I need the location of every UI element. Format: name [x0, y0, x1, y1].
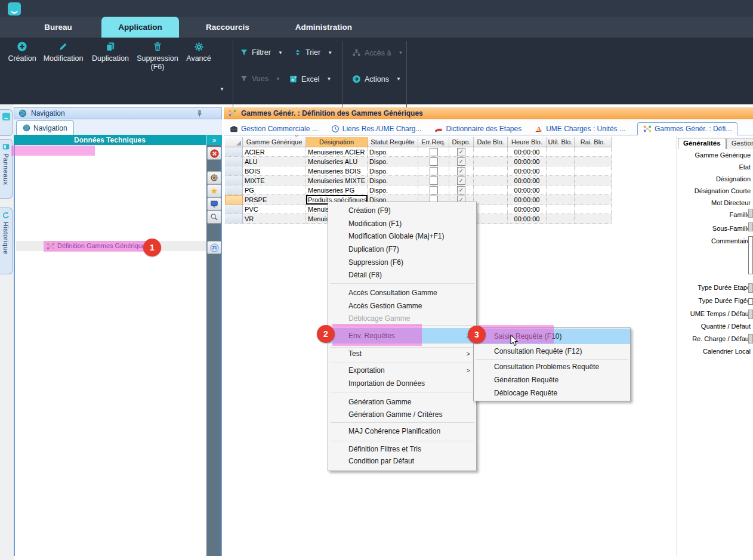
menu-item-generation-gamme[interactable]: Génération Gamme	[328, 396, 476, 409]
z1-icon	[210, 243, 219, 252]
table-row[interactable]: MIXTE Menuiseries MIXTE Dispo. ✓ 00:00:0…	[225, 176, 612, 185]
column-header[interactable]: Rai. Blo.	[575, 137, 612, 147]
table-row[interactable]: ALU Menuiseries ALU Dispo. ✓ 00:00:00	[225, 157, 612, 166]
err-req-checkbox[interactable]	[430, 167, 438, 175]
err-req-checkbox[interactable]	[430, 186, 438, 194]
err-req-checkbox[interactable]	[430, 157, 438, 166]
menu-item-generation-gamme-criteres[interactable]: Génération Gamme / Critères	[328, 409, 476, 421]
funnel-icon	[240, 75, 248, 83]
doc-tab-dictionnaire-etapes[interactable]: Dictionnaire des Etapes	[433, 123, 523, 135]
dispo-checkbox[interactable]: ✓	[457, 167, 465, 175]
menu-tab-raccourcis[interactable]: Raccourcis	[197, 17, 258, 38]
tab-navigation[interactable]: Navigation	[16, 120, 74, 135]
field-label-famille: Famille	[730, 211, 751, 218]
field-fragment[interactable]	[748, 222, 753, 231]
menu-item-suppression[interactable]: Suppression (F6)	[328, 256, 476, 269]
zoom-z1-button[interactable]	[207, 241, 221, 254]
column-header[interactable]: Dispo.	[449, 137, 474, 147]
row-selector[interactable]	[225, 185, 243, 195]
row-selector[interactable]	[225, 157, 243, 166]
field-fragment[interactable]	[748, 310, 753, 319]
wheel-button[interactable]	[207, 171, 221, 184]
menu-item-maj-coherence-planification[interactable]: MAJ Cohérence Planification	[328, 425, 476, 438]
chevron-down-icon[interactable]: ▼	[327, 76, 332, 82]
field-fragment[interactable]	[748, 209, 753, 218]
field-fragment[interactable]	[748, 334, 753, 344]
doc-tab-liens-res-ume[interactable]: Liens Res./UME Charg...	[330, 123, 423, 135]
column-header[interactable]: Statut Requête	[368, 137, 418, 147]
menu-item-deblocage-requete[interactable]: Déblocage Requête	[474, 387, 630, 400]
menu-item-duplication[interactable]: Duplication (F7)	[328, 243, 476, 256]
row-selector-current[interactable]	[225, 195, 243, 205]
collapse-panel-button[interactable]: »	[206, 135, 222, 145]
menu-item-acces-gestion-gamme[interactable]: Accès Gestion Gamme	[328, 300, 476, 313]
rail-tab-app[interactable]	[0, 109, 13, 136]
checkbox-fragment[interactable]	[748, 298, 753, 305]
row-selector[interactable]	[225, 205, 243, 214]
column-header[interactable]: Util. Blo.	[547, 137, 575, 147]
suppression-button[interactable]: Suppression (F6)	[134, 41, 181, 71]
panel-splitter[interactable]	[676, 136, 677, 556]
menu-item-test[interactable]: Test >	[328, 348, 476, 360]
close-panel-button[interactable]	[207, 147, 221, 160]
monitor-button[interactable]	[207, 197, 221, 211]
column-header[interactable]: Err.Req.	[418, 137, 449, 147]
menu-item-creation[interactable]: Création (F9)	[328, 205, 476, 217]
field-fragment[interactable]	[748, 283, 753, 293]
err-req-checkbox[interactable]	[430, 177, 438, 185]
menu-item-generation-requete[interactable]: Génération Requête	[474, 374, 630, 386]
creation-button[interactable]: Création	[5, 41, 39, 63]
tab-generalites[interactable]: Généralités	[678, 138, 726, 149]
doc-tab-ume-charges[interactable]: UME Charges : Unités ...	[533, 123, 627, 135]
avance-button[interactable]: Avancé	[183, 41, 215, 63]
doc-tab-gammes-generiques[interactable]: Gammes Génér. : Défi...	[637, 122, 737, 135]
table-row[interactable]: ACIER Menuiseries ACIER Dispo. ✓ 00:00:0…	[225, 147, 612, 157]
menu-tab-bureau[interactable]: Bureau	[27, 17, 90, 38]
column-header[interactable]: Date Blo.	[474, 137, 508, 147]
duplication-button[interactable]: Duplication	[88, 41, 132, 63]
table-row[interactable]: BOIS Menuiseries BOIS Dispo. ✓ 00:00:00	[225, 166, 612, 176]
doc-tab-gestion-commerciale[interactable]: Gestion Commerciale ...	[229, 123, 319, 135]
menu-item-condition-par-defaut[interactable]: Condition par Défaut	[328, 455, 476, 468]
filtrer-button[interactable]: Filtrer ▼	[240, 48, 283, 57]
dispo-checkbox[interactable]: ✓	[457, 148, 465, 156]
column-header-sorted[interactable]: Désignation	[306, 137, 368, 147]
tab-gestion-info[interactable]: Gestion Info	[726, 138, 753, 149]
chevron-down-icon[interactable]: ▼	[278, 50, 283, 55]
menu-tab-application[interactable]: Application	[101, 17, 179, 38]
menu-item-modification-globale[interactable]: Modification Globale (Maj+F1)	[328, 230, 476, 243]
row-selector[interactable]	[225, 176, 243, 185]
dispo-checkbox[interactable]: ✓	[457, 157, 465, 166]
search-button[interactable]	[207, 211, 221, 224]
menu-item-consultation-requete[interactable]: Consultation Requête (F12)	[474, 345, 630, 358]
table-row[interactable]: PG Menuiseries PG Dispo. ✓ 00:00:00	[225, 185, 612, 195]
menu-item-exportation[interactable]: Exportation >	[328, 364, 476, 377]
menu-item-detail[interactable]: Détail (F8)	[328, 269, 476, 281]
trier-button[interactable]: Trier ▼	[294, 48, 332, 57]
chevron-down-icon[interactable]: ▼	[220, 86, 224, 92]
menu-tab-administration[interactable]: Administration	[280, 17, 367, 38]
err-req-checkbox[interactable]	[430, 148, 438, 156]
commentaire-field-fragment[interactable]	[748, 236, 753, 274]
menu-item-acces-consultation-gamme[interactable]: Accès Consultation Gamme	[328, 287, 476, 299]
pin-icon[interactable]	[196, 110, 203, 117]
dispo-checkbox[interactable]: ✓	[457, 186, 465, 194]
column-header[interactable]: Gamme Générique	[243, 137, 306, 147]
select-all-cell[interactable]	[225, 137, 243, 147]
modification-button[interactable]: Modification	[39, 41, 87, 63]
button-label: Suppression	[137, 54, 178, 63]
favorites-button[interactable]: ★	[207, 184, 221, 197]
excel-button[interactable]: Excel ▼	[289, 75, 332, 83]
dispo-checkbox[interactable]: ✓	[457, 177, 465, 185]
menu-item-importation-de-donnees[interactable]: Importation de Données	[328, 378, 476, 390]
chevron-down-icon[interactable]: ▼	[328, 50, 332, 55]
chevron-down-icon[interactable]: ▼	[396, 76, 401, 82]
row-selector[interactable]	[225, 147, 243, 157]
actions-button[interactable]: Actions ▼	[352, 75, 401, 83]
column-header[interactable]: Heure Blo.	[508, 137, 547, 147]
menu-item-modification[interactable]: Modification (F1)	[328, 218, 476, 230]
row-selector[interactable]	[225, 166, 243, 176]
menu-item-definition-filtres-et-tris[interactable]: Définition Filtres et Tris	[328, 443, 476, 456]
row-selector[interactable]	[225, 214, 243, 224]
menu-item-consultation-problemes-requete[interactable]: Consultation Problèmes Requête	[474, 361, 630, 373]
